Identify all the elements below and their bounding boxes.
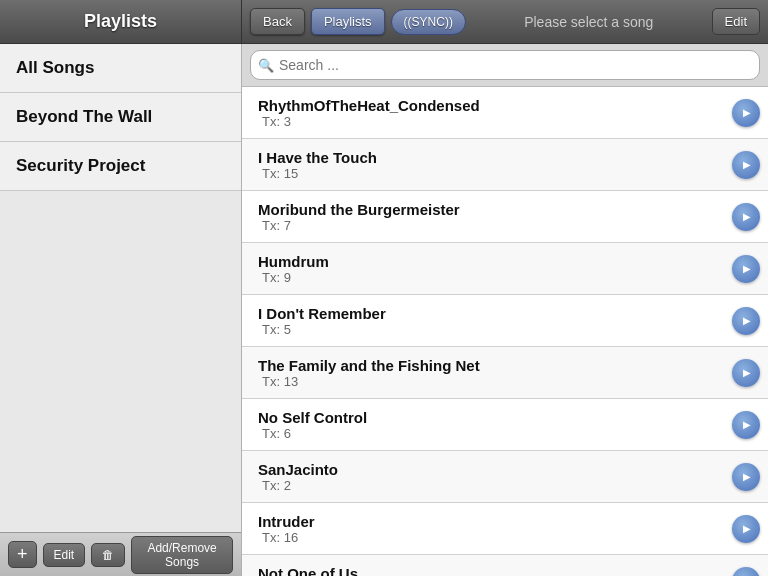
song-tx: Tx: 13 [258,374,732,389]
song-detail-button[interactable] [732,359,760,387]
song-detail-button[interactable] [732,307,760,335]
song-row[interactable]: Moribund the BurgermeisterTx: 7 [242,191,768,243]
song-list-panel: 🔍 RhythmOfTheHeat_CondensedTx: 3I Have t… [242,44,768,576]
song-row[interactable]: The Family and the Fishing NetTx: 13 [242,347,768,399]
search-icon: 🔍 [258,58,274,73]
sidebar-item-label: Beyond The Wall [16,107,152,126]
song-name: RhythmOfTheHeat_Condensed [258,97,732,114]
search-input[interactable] [250,50,760,80]
song-name: Intruder [258,513,732,530]
song-info: SanJacintoTx: 2 [258,455,732,499]
song-tx: Tx: 3 [258,114,732,129]
footer-edit-button[interactable]: Edit [43,543,86,567]
search-bar: 🔍 [242,44,768,87]
song-row[interactable]: I Have the TouchTx: 15 [242,139,768,191]
song-info: Moribund the BurgermeisterTx: 7 [258,195,732,239]
top-bar-controls: Back Playlists ((SYNC)) Please select a … [242,8,768,35]
song-row[interactable]: RhythmOfTheHeat_CondensedTx: 3 [242,87,768,139]
sync-button[interactable]: ((SYNC)) [391,9,466,35]
song-detail-button[interactable] [732,411,760,439]
song-detail-button[interactable] [732,515,760,543]
song-name: I Have the Touch [258,149,732,166]
song-name: SanJacinto [258,461,732,478]
main-content: All Songs Beyond The Wall Security Proje… [0,44,768,576]
sidebar-footer: + Edit 🗑 Add/Remove Songs [0,532,241,576]
song-detail-button[interactable] [732,255,760,283]
song-row[interactable]: IntruderTx: 16 [242,503,768,555]
edit-button[interactable]: Edit [712,8,760,35]
sidebar: All Songs Beyond The Wall Security Proje… [0,44,242,576]
song-detail-button[interactable] [732,463,760,491]
song-info: IntruderTx: 16 [258,507,732,551]
sidebar-item-security-project[interactable]: Security Project [0,142,241,191]
playlists-button[interactable]: Playlists [311,8,385,35]
song-name: Humdrum [258,253,732,270]
song-row[interactable]: I Don't RememberTx: 5 [242,295,768,347]
song-tx: Tx: 5 [258,322,732,337]
song-tx: Tx: 15 [258,166,732,181]
delete-playlist-button[interactable]: 🗑 [91,543,125,567]
song-tx: Tx: 16 [258,530,732,545]
sidebar-item-beyond-the-wall[interactable]: Beyond The Wall [0,93,241,142]
add-remove-songs-button[interactable]: Add/Remove Songs [131,536,233,574]
song-name: The Family and the Fishing Net [258,357,732,374]
song-tx: Tx: 6 [258,426,732,441]
song-detail-button[interactable] [732,151,760,179]
song-name: Not One of Us [258,565,732,577]
song-row[interactable]: HumdrumTx: 9 [242,243,768,295]
song-info: The Family and the Fishing NetTx: 13 [258,351,732,395]
song-name: Moribund the Burgermeister [258,201,732,218]
song-info: I Don't RememberTx: 5 [258,299,732,343]
sidebar-item-label: All Songs [16,58,94,77]
song-detail-button[interactable] [732,567,760,577]
song-info: HumdrumTx: 9 [258,247,732,291]
playlists-title: Playlists [84,11,157,32]
song-tx: Tx: 2 [258,478,732,493]
current-song-title: Please select a song [472,14,706,30]
song-info: RhythmOfTheHeat_CondensedTx: 3 [258,91,732,135]
sidebar-item-label: Security Project [16,156,145,175]
song-info: Not One of UsTx: 17 [258,559,732,577]
song-info: No Self ControlTx: 6 [258,403,732,447]
song-row[interactable]: Not One of UsTx: 17 [242,555,768,576]
songs-scroll: RhythmOfTheHeat_CondensedTx: 3I Have the… [242,87,768,576]
song-row[interactable]: SanJacintoTx: 2 [242,451,768,503]
song-name: I Don't Remember [258,305,732,322]
sidebar-list: All Songs Beyond The Wall Security Proje… [0,44,241,532]
song-row[interactable]: No Self ControlTx: 6 [242,399,768,451]
song-detail-button[interactable] [732,203,760,231]
top-bar: Playlists Back Playlists ((SYNC)) Please… [0,0,768,44]
song-detail-button[interactable] [732,99,760,127]
sidebar-header: Playlists [0,0,242,43]
song-info: I Have the TouchTx: 15 [258,143,732,187]
back-button[interactable]: Back [250,8,305,35]
song-tx: Tx: 7 [258,218,732,233]
song-name: No Self Control [258,409,732,426]
add-playlist-button[interactable]: + [8,541,37,568]
song-tx: Tx: 9 [258,270,732,285]
sidebar-item-all-songs[interactable]: All Songs [0,44,241,93]
search-wrapper: 🔍 [250,50,760,80]
